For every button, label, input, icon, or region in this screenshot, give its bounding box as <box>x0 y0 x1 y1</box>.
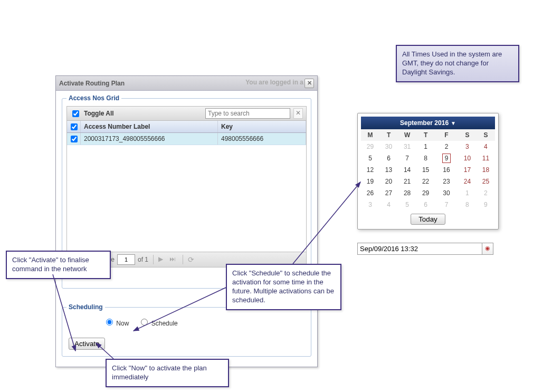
callout-schedule: Click "Schedule" to schedule the activat… <box>226 264 341 310</box>
calendar-day[interactable]: 30 <box>435 187 458 199</box>
calendar-header[interactable]: September 2016 ▼ <box>361 117 495 129</box>
calendar-title: September 2016 <box>400 119 449 127</box>
dialog-activate-routing-plan: Activate Routing Plan You are logged in … <box>55 75 318 367</box>
dialog-title: Activate Routing Plan <box>59 80 125 87</box>
calendar-day[interactable]: 4 <box>477 141 495 152</box>
calendar-dropdown-icon[interactable]: ▼ <box>451 120 456 126</box>
calendar-day[interactable]: 22 <box>416 176 435 187</box>
callout-schedule-text: Click "Schedule" to schedule the activat… <box>232 269 334 304</box>
calendar-day[interactable]: 6 <box>379 152 398 164</box>
calendar-day[interactable]: 8 <box>416 152 435 164</box>
calendar-day[interactable]: 15 <box>416 164 435 176</box>
calendar-day[interactable]: 30 <box>379 141 398 152</box>
callout-activate: Click "Activate" to finalise command in … <box>6 251 111 279</box>
calendar-day[interactable]: 2 <box>477 187 495 199</box>
calendar-day[interactable]: 24 <box>458 176 477 187</box>
scheduling-legend: Scheduling <box>66 303 105 311</box>
calendar-day[interactable]: 13 <box>379 164 398 176</box>
calendar-day[interactable]: 17 <box>458 164 477 176</box>
activate-button[interactable]: Activate <box>69 338 105 350</box>
calendar-grid: MTWTFSS 29303112345678910111213141516171… <box>361 129 495 211</box>
calendar-day[interactable]: 29 <box>416 187 435 199</box>
calendar-day[interactable]: 8 <box>458 199 477 211</box>
calendar-dow: T <box>416 129 435 141</box>
search-input[interactable] <box>205 108 290 119</box>
pager-next-icon[interactable]: ▶ <box>158 255 167 264</box>
calendar-day[interactable]: 25 <box>477 176 495 187</box>
datetime-picker-icon[interactable]: ◉ <box>482 243 493 255</box>
calendar-day[interactable]: 1 <box>458 187 477 199</box>
pager-last-icon[interactable]: ⏭ <box>169 255 178 264</box>
calendar-dow: M <box>361 129 379 141</box>
calendar-day[interactable]: 7 <box>435 199 458 211</box>
calendar-day[interactable]: 10 <box>458 152 477 164</box>
col-checkbox-input[interactable] <box>71 123 78 130</box>
datetime-input[interactable] <box>357 243 482 255</box>
row-key: 498005556666 <box>218 133 306 145</box>
calendar-dow: W <box>398 129 416 141</box>
calendar-day[interactable]: 12 <box>361 164 379 176</box>
calendar-day[interactable]: 7 <box>398 152 416 164</box>
calendar-day[interactable]: 3 <box>458 141 477 152</box>
access-grid-legend: Access Nos Grid <box>66 94 121 102</box>
calendar-day[interactable]: 19 <box>361 176 379 187</box>
calendar-dow: T <box>379 129 398 141</box>
callout-now-text: Click "Now" to activate the plan immedia… <box>112 364 207 381</box>
clear-search-icon[interactable]: ✕ <box>293 108 303 119</box>
table-row[interactable]: 2000317173_498005556666 498005556666 <box>67 133 306 145</box>
calendar-day[interactable]: 4 <box>379 199 398 211</box>
calendar-day[interactable]: 1 <box>416 141 435 152</box>
calendar-day[interactable]: 31 <box>398 141 416 152</box>
calendar-day[interactable]: 16 <box>435 164 458 176</box>
calendar-day[interactable]: 6 <box>416 199 435 211</box>
calendar-dow: S <box>477 129 495 141</box>
callout-gmt-text: All Times Used in the system are GMT, th… <box>402 50 502 76</box>
calendar-day[interactable]: 28 <box>398 187 416 199</box>
calendar-day[interactable]: 11 <box>477 152 495 164</box>
radio-schedule[interactable]: Schedule <box>138 317 177 327</box>
datetime-input-row: ◉ <box>357 243 493 255</box>
grid-toolbar: Toggle All ✕ <box>67 107 306 121</box>
col-checkbox <box>67 121 81 132</box>
grid-body: 2000317173_498005556666 498005556666 <box>67 133 306 252</box>
callout-now: Click "Now" to activate the plan immedia… <box>106 359 229 387</box>
calendar-day[interactable]: 5 <box>398 199 416 211</box>
logged-in-text: You are logged in a <box>245 79 303 86</box>
calendar-day[interactable]: 23 <box>435 176 458 187</box>
grid-header: Access Number Label Key <box>67 121 306 133</box>
dialog-titlebar[interactable]: Activate Routing Plan You are logged in … <box>56 76 317 91</box>
toggle-all-checkbox[interactable] <box>72 110 79 117</box>
calendar-dow: F <box>435 129 458 141</box>
scheduling-fieldset: Scheduling Now Schedule Activate <box>62 307 311 357</box>
pager-page-input[interactable] <box>117 254 135 265</box>
access-grid: Toggle All ✕ Access Number Label Key 200… <box>66 106 307 267</box>
calendar-day[interactable]: 18 <box>477 164 495 176</box>
calendar-day[interactable]: 2 <box>435 141 458 152</box>
calendar-day[interactable]: 14 <box>398 164 416 176</box>
radio-now[interactable]: Now <box>103 317 129 327</box>
col-label[interactable]: Access Number Label <box>81 121 218 132</box>
calendar-day[interactable]: 27 <box>379 187 398 199</box>
calendar-today-button[interactable]: Today <box>411 214 445 225</box>
refresh-icon[interactable]: ⟳ <box>188 255 196 264</box>
callout-gmt: All Times Used in the system are GMT, th… <box>396 45 519 82</box>
col-key[interactable]: Key <box>218 121 306 132</box>
calendar-day[interactable]: 9 <box>435 152 458 164</box>
pager-of-label: of 1 <box>138 256 148 263</box>
calendar-day[interactable]: 3 <box>361 199 379 211</box>
row-label: 2000317173_498005556666 <box>81 133 218 145</box>
callout-activate-text: Click "Activate" to finalise command in … <box>12 256 89 273</box>
calendar-day[interactable]: 21 <box>398 176 416 187</box>
toggle-all-label: Toggle All <box>84 110 114 117</box>
calendar-day[interactable]: 9 <box>477 199 495 211</box>
calendar-day[interactable]: 26 <box>361 187 379 199</box>
calendar-day[interactable]: 20 <box>379 176 398 187</box>
scheduling-options: Now Schedule <box>66 314 307 336</box>
calendar-day[interactable]: 5 <box>361 152 379 164</box>
calendar-widget: September 2016 ▼ MTWTFSS 293031123456789… <box>357 113 499 230</box>
calendar-dow: S <box>458 129 477 141</box>
close-icon[interactable]: ✕ <box>304 79 314 88</box>
calendar-day[interactable]: 29 <box>361 141 379 152</box>
row-checkbox[interactable] <box>71 136 78 142</box>
